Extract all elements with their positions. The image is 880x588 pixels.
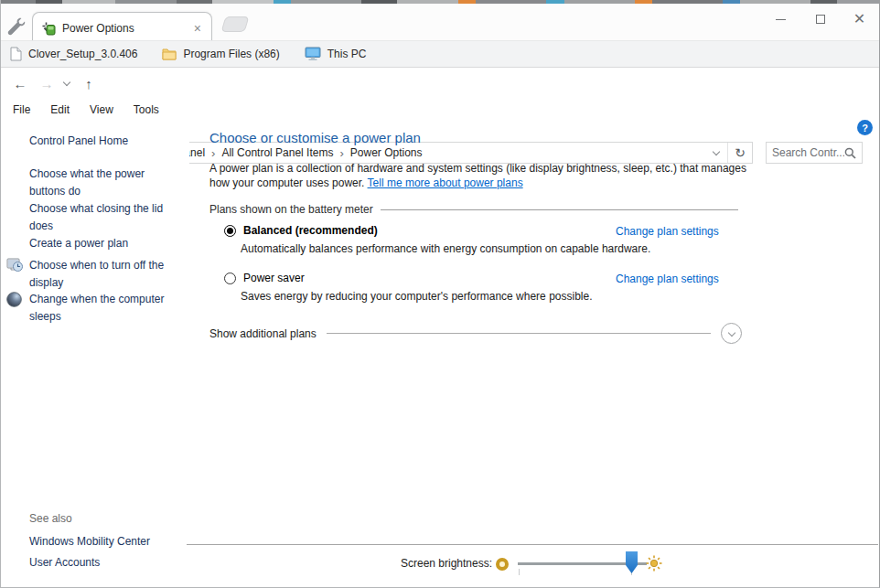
sidebar-item-mobility-center[interactable]: Windows Mobility Center [29, 533, 189, 551]
tab-power-options[interactable]: Power Options × [32, 12, 212, 44]
display-clock-icon [6, 257, 24, 276]
search-box[interactable] [766, 142, 863, 164]
menu-tools[interactable]: Tools [134, 103, 159, 116]
back-button[interactable]: ← [8, 72, 32, 94]
bookmark-clover-setup[interactable]: Clover_Setup_3.0.406 [10, 47, 137, 61]
plan-power-saver-label[interactable]: Power saver [243, 272, 305, 284]
navigation-bar: ← → ↑ › Control Panel › All Control Pane… [1, 69, 880, 97]
breadcrumb-power-options[interactable]: Power Options [350, 146, 423, 159]
maximize-button[interactable] [800, 5, 840, 33]
sidebar-item-user-accounts[interactable]: User Accounts [29, 554, 189, 572]
brightness-slider-thumb[interactable] [626, 551, 638, 573]
new-tab-button[interactable] [221, 16, 250, 32]
maximize-icon [816, 15, 825, 24]
power-options-icon [41, 21, 56, 36]
plan-power-saver-description: Saves energy by reducing your computer's… [241, 290, 593, 303]
wrench-icon [5, 16, 27, 37]
bookmark-program-files[interactable]: Program Files (x86) [162, 48, 279, 60]
bookmark-label: Program Files (x86) [183, 48, 279, 60]
radio-power-saver[interactable] [224, 273, 236, 284]
menu-edit[interactable]: Edit [50, 103, 70, 116]
breadcrumb-all-items[interactable]: All Control Panel Items [221, 146, 333, 159]
address-bar[interactable]: › Control Panel › All Control Panel Item… [102, 142, 753, 164]
plan-balanced-row: Balanced (recommended) [224, 224, 378, 237]
intro-line2: how your computer uses power. [209, 176, 364, 189]
change-plan-settings-balanced-link[interactable]: Change plan settings [616, 225, 719, 238]
bookmark-label: Clover_Setup_3.0.406 [28, 48, 137, 60]
search-icon [844, 147, 856, 159]
sleep-icon [6, 292, 22, 310]
forward-button[interactable]: → [35, 72, 59, 94]
plans-section-label: Plans shown on the battery meter [209, 203, 373, 216]
sidebar-item-computer-sleeps[interactable]: Change when the computer sleeps [29, 291, 176, 326]
plan-power-saver-row: Power saver [224, 272, 305, 284]
screen-brightness-label: Screen brightness: [401, 557, 492, 570]
show-additional-plans-label: Show additional plans [209, 327, 317, 340]
sidebar-item-control-panel-home[interactable]: Control Panel Home [29, 133, 176, 150]
show-additional-divider-line [327, 333, 711, 334]
sidebar-item-create-power-plan[interactable]: Create a power plan [29, 235, 176, 252]
see-also-header: See also [29, 512, 72, 525]
brightness-dim-icon [496, 558, 509, 571]
window-controls: ✕ [761, 5, 879, 33]
footer-divider-line [187, 544, 878, 545]
show-additional-plans-row: Show additional plans [209, 323, 742, 344]
chevron-down-icon [63, 78, 70, 85]
close-button[interactable]: ✕ [840, 5, 879, 33]
breadcrumb-separator-icon: › [339, 146, 343, 160]
pc-icon [305, 47, 321, 61]
sidebar-item-turn-off-display[interactable]: Choose when to turn off the display [29, 257, 176, 292]
bookmark-this-pc[interactable]: This PC [305, 47, 367, 61]
slider-tick [519, 569, 520, 575]
close-icon: ✕ [853, 12, 865, 27]
breadcrumb-separator-icon: › [211, 146, 215, 160]
address-dropdown-button[interactable] [705, 143, 727, 163]
history-dropdown-button[interactable] [59, 72, 74, 94]
up-button[interactable]: ↑ [77, 72, 101, 94]
bookmarks-bar: Clover_Setup_3.0.406 Program Files (x86)… [1, 40, 880, 68]
intro-line1: A power plan is a collection of hardware… [209, 162, 746, 175]
tell-me-more-link[interactable]: Tell me more about power plans [368, 176, 523, 189]
chevron-down-icon [713, 147, 720, 155]
section-divider-line [381, 209, 738, 210]
plan-balanced-description: Automatically balances performance with … [241, 242, 650, 255]
radio-balanced[interactable] [224, 225, 236, 237]
change-plan-settings-power-saver-link[interactable]: Change plan settings [616, 273, 719, 285]
sidebar: Control Panel Home Choose what the power… [1, 121, 189, 588]
sidebar-item-closing-lid[interactable]: Choose what closing the lid does [29, 200, 176, 235]
minimize-icon [776, 19, 786, 20]
plan-balanced-label[interactable]: Balanced (recommended) [243, 224, 378, 237]
power-options-window: Power Options × ✕ Clover_Setup_3.0.406 P… [0, 0, 880, 588]
menu-bar: File Edit View Tools [1, 99, 880, 121]
plans-section-header: Plans shown on the battery meter [209, 203, 738, 216]
wrench-icon[interactable] [5, 16, 29, 39]
folder-icon [162, 48, 177, 60]
tab-bar: Power Options × ✕ [1, 4, 880, 40]
sidebar-item-power-buttons[interactable]: Choose what the power buttons do [29, 166, 176, 200]
menu-file[interactable]: File [13, 103, 30, 116]
file-icon [10, 47, 22, 61]
chevron-down-icon [727, 328, 735, 336]
search-input[interactable] [772, 146, 844, 159]
menu-view[interactable]: View [90, 103, 113, 116]
tab-close-icon[interactable]: × [192, 22, 203, 35]
bookmark-label: This PC [327, 48, 367, 60]
refresh-button[interactable]: ↻ [728, 143, 752, 163]
tab-title: Power Options [62, 22, 192, 35]
brightness-sun-icon [646, 555, 662, 574]
expand-plans-button[interactable] [721, 323, 742, 344]
help-button[interactable]: ? [857, 120, 873, 135]
page-title: Choose or customise a power plan [209, 130, 421, 145]
minimize-button[interactable] [761, 5, 800, 33]
intro-text: A power plan is a collection of hardware… [209, 162, 751, 190]
